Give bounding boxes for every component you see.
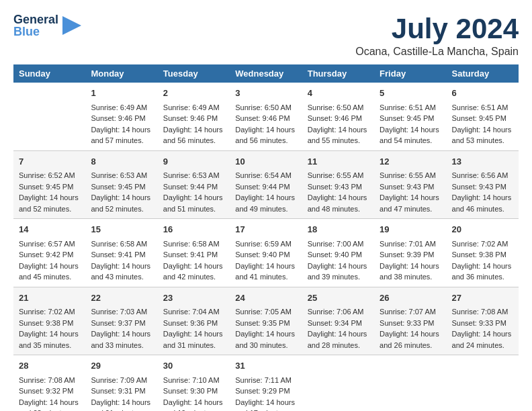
logo-icon-area [62,15,81,36]
daylight-text: Daylight: 14 hours and 19 minutes. [163,398,223,411]
sunrise-text: Sunrise: 6:51 AM [452,103,508,111]
daylight-text: Daylight: 14 hours and 52 minutes. [91,193,150,213]
day-number: 24 [235,291,296,305]
daylight-text: Daylight: 14 hours and 42 minutes. [163,262,223,281]
sunrise-text: Sunrise: 6:51 AM [380,103,436,111]
day-number: 22 [91,291,152,305]
sunset-text: Sunset: 9:31 PM [91,387,145,395]
sunrise-text: Sunrise: 6:49 AM [163,103,220,111]
sunset-text: Sunset: 9:33 PM [452,319,506,327]
daylight-text: Daylight: 14 hours and 26 minutes. [380,330,439,349]
daylight-text: Daylight: 14 hours and 36 minutes. [452,262,512,281]
daylight-text: Daylight: 14 hours and 28 minutes. [308,330,367,349]
sunset-text: Sunset: 9:29 PM [235,387,290,395]
sunrise-text: Sunrise: 7:08 AM [19,376,75,384]
sunrise-text: Sunrise: 7:03 AM [91,308,147,316]
calendar-cell: 19Sunrise: 7:01 AMSunset: 9:39 PMDayligh… [374,219,446,287]
daylight-text: Daylight: 14 hours and 35 minutes. [19,330,79,349]
sunset-text: Sunset: 9:46 PM [308,114,362,122]
sunrise-text: Sunrise: 6:53 AM [91,171,147,179]
calendar-cell: 18Sunrise: 7:00 AMSunset: 9:40 PMDayligh… [302,219,374,287]
sunrise-text: Sunrise: 7:09 AM [91,376,147,384]
day-number: 6 [452,87,513,100]
day-number: 13 [452,155,513,169]
calendar-week-row: 28Sunrise: 7:08 AMSunset: 9:32 PMDayligh… [13,355,519,411]
day-number: 5 [380,87,441,100]
sunset-text: Sunset: 9:34 PM [308,319,362,327]
sunset-text: Sunset: 9:41 PM [91,250,145,259]
svg-marker-0 [62,16,81,35]
sunrise-text: Sunrise: 6:58 AM [91,240,147,248]
calendar-cell: 16Sunrise: 6:58 AMSunset: 9:41 PMDayligh… [158,219,230,287]
logo-triangle-icon [62,15,81,36]
day-number: 25 [308,291,369,305]
calendar-cell: 11Sunrise: 6:55 AMSunset: 9:43 PMDayligh… [302,150,374,219]
day-number: 27 [452,291,513,305]
sunset-text: Sunset: 9:32 PM [19,387,73,395]
calendar-cell: 7Sunrise: 6:52 AMSunset: 9:45 PMDaylight… [13,150,85,219]
day-number: 11 [308,155,369,169]
sunrise-text: Sunrise: 7:04 AM [163,308,220,316]
daylight-text: Daylight: 14 hours and 38 minutes. [380,262,439,281]
calendar-cell: 10Sunrise: 6:54 AMSunset: 9:44 PMDayligh… [230,150,302,219]
page-header: General Blue July 2024 Ocana, Castille-L… [13,13,519,58]
daylight-text: Daylight: 14 hours and 41 minutes. [235,262,295,281]
month-year-title: July 2024 [355,13,519,44]
calendar-cell: 21Sunrise: 7:02 AMSunset: 9:38 PMDayligh… [13,287,85,355]
sunrise-text: Sunrise: 7:02 AM [19,308,75,316]
calendar-cell: 24Sunrise: 7:05 AMSunset: 9:35 PMDayligh… [230,287,302,355]
calendar-week-row: 14Sunrise: 6:57 AMSunset: 9:42 PMDayligh… [13,219,519,287]
day-number: 2 [163,87,224,100]
calendar-cell: 6Sunrise: 6:51 AMSunset: 9:45 PMDaylight… [447,83,519,150]
title-block: July 2024 Ocana, Castille-La Mancha, Spa… [355,13,519,58]
daylight-text: Daylight: 14 hours and 46 minutes. [452,193,512,213]
calendar-table: SundayMondayTuesdayWednesdayThursdayFrid… [13,64,519,411]
daylight-text: Daylight: 14 hours and 39 minutes. [308,262,367,281]
day-number: 20 [452,223,513,236]
day-number: 18 [308,223,369,236]
sunset-text: Sunset: 9:42 PM [19,250,73,259]
calendar-cell: 26Sunrise: 7:07 AMSunset: 9:33 PMDayligh… [374,287,446,355]
daylight-text: Daylight: 14 hours and 56 minutes. [235,126,295,145]
daylight-text: Daylight: 14 hours and 31 minutes. [163,330,223,349]
sunrise-text: Sunrise: 6:55 AM [380,171,436,179]
calendar-header-row: SundayMondayTuesdayWednesdayThursdayFrid… [13,64,519,83]
sunrise-text: Sunrise: 7:07 AM [380,308,436,316]
sunset-text: Sunset: 9:43 PM [308,183,362,191]
day-number: 10 [235,155,296,169]
day-number: 28 [19,359,80,373]
calendar-cell: 20Sunrise: 7:02 AMSunset: 9:38 PMDayligh… [447,219,519,287]
daylight-text: Daylight: 14 hours and 21 minutes. [91,398,150,411]
sunset-text: Sunset: 9:36 PM [163,319,218,327]
logo-blue: Blue [13,26,58,38]
sunset-text: Sunset: 9:43 PM [452,183,506,191]
daylight-text: Daylight: 14 hours and 55 minutes. [308,126,367,145]
daylight-text: Daylight: 14 hours and 48 minutes. [308,193,367,213]
sunrise-text: Sunrise: 6:54 AM [235,171,292,179]
sunrise-text: Sunrise: 6:53 AM [163,171,220,179]
sunrise-text: Sunrise: 6:50 AM [308,103,364,111]
daylight-text: Daylight: 14 hours and 56 minutes. [163,126,223,145]
daylight-text: Daylight: 14 hours and 33 minutes. [91,330,150,349]
location-subtitle: Ocana, Castille-La Mancha, Spain [355,46,519,58]
sunset-text: Sunset: 9:46 PM [91,114,145,122]
daylight-text: Daylight: 14 hours and 47 minutes. [380,193,439,213]
calendar-week-row: 21Sunrise: 7:02 AMSunset: 9:38 PMDayligh… [13,287,519,355]
logo-text: General Blue [13,13,58,38]
calendar-cell [447,355,519,411]
sunset-text: Sunset: 9:38 PM [19,319,73,327]
calendar-cell: 27Sunrise: 7:08 AMSunset: 9:33 PMDayligh… [447,287,519,355]
calendar-week-row: 7Sunrise: 6:52 AMSunset: 9:45 PMDaylight… [13,150,519,219]
calendar-cell: 2Sunrise: 6:49 AMSunset: 9:46 PMDaylight… [158,83,230,150]
daylight-text: Daylight: 14 hours and 45 minutes. [19,262,79,281]
sunset-text: Sunset: 9:39 PM [380,250,434,259]
sunrise-text: Sunrise: 6:57 AM [19,240,75,248]
sunset-text: Sunset: 9:46 PM [235,114,290,122]
calendar-cell: 5Sunrise: 6:51 AMSunset: 9:45 PMDaylight… [374,83,446,150]
sunrise-text: Sunrise: 6:50 AM [235,103,292,111]
sunrise-text: Sunrise: 7:02 AM [452,240,508,248]
daylight-text: Daylight: 14 hours and 52 minutes. [19,193,79,213]
header-friday: Friday [374,64,446,83]
header-sunday: Sunday [13,64,85,83]
logo: General Blue [13,13,81,38]
